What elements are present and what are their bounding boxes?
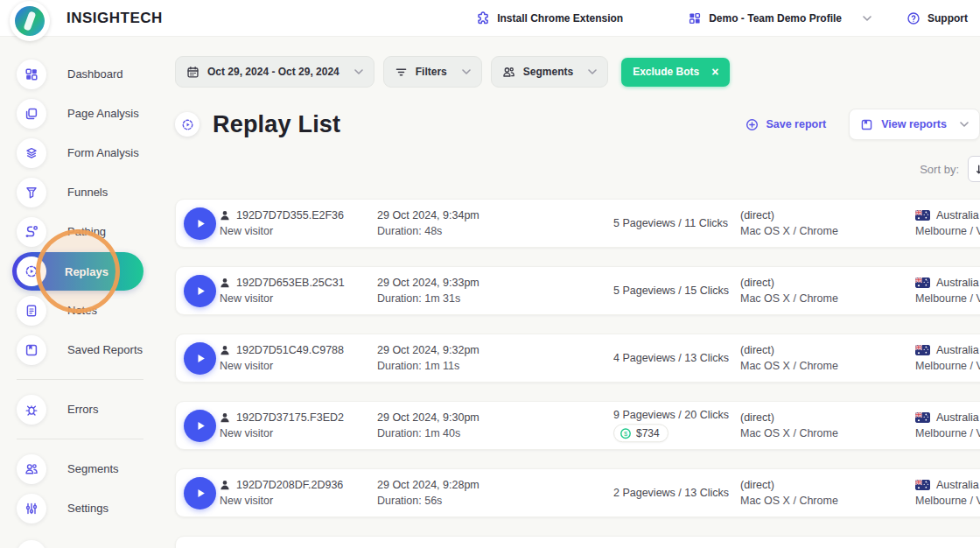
traffic-source: (direct) bbox=[740, 410, 774, 425]
session-time-info: 29 Oct 2024, 9:33pm Duration: 1m 31s bbox=[377, 275, 565, 306]
people-icon bbox=[502, 66, 515, 79]
close-icon[interactable]: × bbox=[711, 66, 718, 78]
sidebar-divider bbox=[17, 379, 144, 380]
chevron-down-icon bbox=[588, 69, 597, 74]
replay-card[interactable]: 192D7D7D355.E2F36 New visitor 29 Oct 202… bbox=[175, 199, 980, 248]
sliders-icon bbox=[17, 494, 46, 523]
sidebar-item-segments[interactable]: Segments bbox=[0, 449, 172, 488]
insightech-logo bbox=[10, 1, 50, 41]
sidebar-item-form-analysis[interactable]: Form Analysis bbox=[0, 133, 172, 172]
play-button[interactable] bbox=[184, 275, 216, 307]
australia-flag-icon bbox=[915, 412, 930, 423]
visitor-icon bbox=[220, 412, 230, 423]
filters-button[interactable]: Filters bbox=[383, 56, 482, 88]
country: Australia bbox=[936, 207, 979, 223]
session-duration: Duration: 56s bbox=[377, 493, 565, 509]
play-button[interactable] bbox=[184, 410, 216, 442]
visitor-icon bbox=[220, 210, 230, 221]
session-time-info: 29 Oct 2024, 9:30pm Duration: 1m 40s bbox=[377, 410, 565, 441]
os-browser: Mac OS X / Chrome bbox=[740, 223, 905, 239]
sidebar-item-pathing[interactable]: Pathing bbox=[0, 212, 172, 251]
segments-button[interactable]: Segments bbox=[491, 56, 608, 88]
session-time-info: 29 Oct 2024, 9:34pm Duration: 48s bbox=[377, 207, 565, 239]
logo-icon bbox=[15, 6, 45, 36]
sort-by-label: Sort by: bbox=[920, 163, 959, 176]
source-info: (direct) Mac OS X / Chrome bbox=[740, 207, 905, 239]
support-button[interactable]: Support bbox=[906, 11, 968, 25]
save-report-button[interactable]: Save report bbox=[746, 118, 826, 131]
pathing-icon bbox=[17, 217, 46, 247]
funnel-icon bbox=[17, 178, 46, 207]
visitor-info: 192D7D208DF.2D936 New visitor bbox=[220, 477, 375, 509]
traffic-source: (direct) bbox=[740, 342, 774, 358]
replay-title-icon bbox=[175, 112, 200, 137]
activity-summary: 5 Pageviews / 11 Clicks bbox=[613, 215, 728, 231]
traffic-source: (direct) bbox=[740, 477, 774, 493]
play-button[interactable] bbox=[184, 477, 216, 509]
sidebar-item-partial bbox=[0, 535, 172, 548]
activity-summary: 5 Pageviews / 15 Clicks bbox=[613, 283, 729, 299]
revenue-badge: $ $734 bbox=[613, 424, 668, 442]
australia-flag-icon bbox=[915, 480, 930, 490]
install-chrome-extension-button[interactable]: Install Chrome Extension bbox=[476, 11, 623, 25]
sidebar-item-settings[interactable]: Settings bbox=[0, 488, 172, 528]
visitor-id: 192D7D37175.F3ED2 bbox=[236, 410, 344, 425]
play-button[interactable] bbox=[184, 207, 216, 240]
source-info: (direct) Mac OS X / Chrome bbox=[740, 410, 905, 441]
location-info: Australia Melbourne / VIC bbox=[915, 342, 980, 374]
sidebar-nav: Dashboard Page Analysis Form Analysis bbox=[0, 37, 172, 548]
session-datetime: 29 Oct 2024, 9:34pm bbox=[377, 207, 480, 223]
exclude-bots-label: Exclude Bots bbox=[633, 66, 699, 78]
title-row: Replay List Save report View reports bbox=[175, 107, 980, 142]
sidebar-item-label: Form Analysis bbox=[67, 146, 139, 159]
sidebar-item-label: Errors bbox=[67, 403, 98, 416]
location-info: Australia Melbourne / VIC bbox=[915, 275, 980, 306]
city-region: Melbourne / VIC bbox=[915, 223, 980, 239]
session-datetime: 29 Oct 2024, 9:33pm bbox=[377, 275, 480, 291]
sidebar-item-label: Notes bbox=[67, 304, 97, 317]
view-reports-button[interactable]: View reports bbox=[849, 109, 980, 140]
play-icon bbox=[195, 353, 206, 364]
australia-flag-icon bbox=[915, 278, 930, 288]
dashboard-icon bbox=[17, 60, 46, 89]
sidebar-item-notes[interactable]: Notes bbox=[0, 291, 172, 330]
date-range-button[interactable]: Oct 29, 2024 - Oct 29, 2024 bbox=[175, 56, 374, 88]
session-duration: Duration: 1m 11s bbox=[377, 358, 565, 374]
source-info: (direct) Mac OS X / Chrome bbox=[740, 275, 905, 306]
sidebar-item-replays[interactable]: Replays bbox=[12, 252, 144, 291]
bookmark-icon bbox=[17, 335, 46, 365]
replay-card[interactable]: 192D7D653EB.25C31 New visitor 29 Oct 202… bbox=[175, 266, 980, 315]
filter-icon bbox=[395, 66, 408, 79]
install-extension-label: Install Chrome Extension bbox=[497, 12, 623, 25]
question-circle-icon bbox=[906, 11, 920, 25]
replay-icon bbox=[17, 256, 46, 286]
replay-card-partial bbox=[175, 536, 980, 548]
chevron-down-icon bbox=[960, 122, 969, 127]
replay-card[interactable]: 192D7D37175.F3ED2 New visitor 29 Oct 202… bbox=[175, 401, 980, 450]
sidebar-item-label: Segments bbox=[67, 462, 119, 475]
replay-card[interactable]: 192D7D51C49.C9788 New visitor 29 Oct 202… bbox=[175, 334, 980, 383]
sidebar-item-errors[interactable]: Errors bbox=[0, 390, 172, 429]
sidebar-item-page-analysis[interactable]: Page Analysis bbox=[0, 94, 172, 133]
play-button[interactable] bbox=[184, 342, 216, 375]
location-info: Australia Melbourne / VIC bbox=[915, 207, 980, 239]
layers-icon bbox=[17, 138, 46, 168]
grid-profile-icon bbox=[688, 11, 702, 25]
sort-button[interactable] bbox=[968, 156, 980, 182]
filters-label: Filters bbox=[416, 66, 447, 78]
session-time-info: 29 Oct 2024, 9:28pm Duration: 56s bbox=[377, 477, 565, 509]
sort-row: Sort by: bbox=[175, 156, 980, 182]
activity-summary: 4 Pageviews / 13 Clicks bbox=[613, 350, 729, 366]
svg-text:$: $ bbox=[624, 429, 628, 437]
visitor-id: 192D7D208DF.2D936 bbox=[236, 477, 343, 493]
visitor-info: 192D7D51C49.C9788 New visitor bbox=[220, 342, 375, 374]
replay-card[interactable]: 192D7D208DF.2D936 New visitor 29 Oct 202… bbox=[175, 468, 980, 517]
exclude-bots-chip[interactable]: Exclude Bots × bbox=[621, 58, 730, 87]
sidebar-item-dashboard[interactable]: Dashboard bbox=[0, 54, 172, 94]
visitor-id: 192D7D7D355.E2F36 bbox=[236, 207, 344, 223]
profile-selector[interactable]: Demo - Team Demo Profile bbox=[688, 11, 872, 25]
sidebar-item-saved-reports[interactable]: Saved Reports bbox=[0, 330, 172, 369]
support-label: Support bbox=[928, 12, 968, 25]
sidebar-item-funnels[interactable]: Funnels bbox=[0, 172, 172, 212]
country: Australia bbox=[936, 275, 979, 291]
